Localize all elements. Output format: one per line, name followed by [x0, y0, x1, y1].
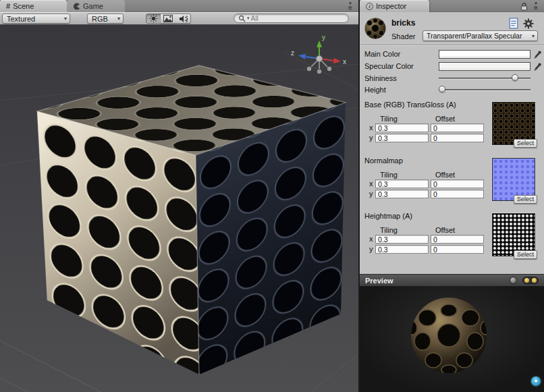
tab-scene-label: Scene: [13, 2, 34, 10]
lock-icon[interactable]: [520, 2, 528, 11]
offset-header: Offset: [435, 171, 455, 179]
speaker-icon: [179, 15, 188, 23]
preview-model-toggle-icon[interactable]: [510, 277, 517, 284]
unity-editor-window: # Scene Game ▾ ≡ Textured ▾ RGB ▾: [0, 0, 544, 392]
height-label: Height: [364, 86, 386, 94]
offset-header: Offset: [435, 115, 455, 123]
audio-toggle-button[interactable]: [175, 13, 191, 24]
shader-label: Shader: [391, 32, 415, 40]
y-axis-label: y: [369, 134, 373, 142]
inspector-body: bricks Shader: [360, 12, 544, 274]
preview-content[interactable]: +: [360, 286, 544, 392]
channel-dropdown[interactable]: RGB ▾: [87, 13, 124, 24]
alpha-strip: [439, 57, 530, 58]
lighting-toggle-button[interactable]: [146, 13, 161, 24]
search-icon: [238, 15, 246, 22]
help-doc-icon[interactable]: [509, 18, 518, 29]
main-color-label: Main Color: [364, 50, 400, 58]
effects-toggle-button[interactable]: [161, 13, 176, 24]
tiling-header: Tiling: [380, 171, 398, 179]
preview-title: Preview: [365, 277, 393, 285]
scene-viewport[interactable]: y x z: [0, 25, 358, 392]
tab-game-label: Game: [83, 2, 103, 10]
tiling-header: Tiling: [380, 115, 398, 123]
height-slider[interactable]: [439, 86, 531, 94]
image-icon: [163, 15, 173, 22]
tiling-x-input[interactable]: [375, 179, 429, 188]
sun-icon: [149, 14, 158, 23]
search-filter-arrow-icon[interactable]: ▾: [247, 16, 250, 21]
search-input[interactable]: [251, 15, 332, 22]
offset-y-input[interactable]: [431, 245, 484, 254]
inspector-pane-menu-icon[interactable]: ▾ ≡: [531, 1, 541, 11]
channel-value: RGB: [92, 15, 108, 23]
scene-tabbar: # Scene Game ▾ ≡: [0, 0, 358, 12]
render-mode-dropdown[interactable]: Textured ▾: [2, 13, 70, 24]
shader-value: Transparent/Parallax Specular: [427, 32, 529, 40]
tiling-y-input[interactable]: [375, 245, 429, 254]
gizmo-y-label: y: [322, 34, 325, 41]
shader-dropdown[interactable]: Transparent/Parallax Specular ▾: [423, 30, 538, 41]
offset-x-input[interactable]: [431, 123, 484, 132]
tiling-y-input[interactable]: [375, 190, 429, 198]
specular-color-swatch[interactable]: [439, 62, 531, 71]
preview-add-button[interactable]: +: [531, 376, 541, 386]
select-texture-button[interactable]: Select: [514, 139, 537, 148]
alpha-strip: [439, 69, 530, 70]
textured-cube: [37, 65, 346, 374]
select-texture-button[interactable]: Select: [514, 250, 537, 259]
preview-light-toggle-icon[interactable]: [522, 277, 539, 284]
game-icon: [73, 3, 80, 10]
tab-game[interactable]: Game: [67, 0, 125, 12]
tab-inspector[interactable]: i Inspector: [360, 0, 429, 12]
tiling-y-input[interactable]: [375, 134, 429, 142]
material-name: bricks: [391, 18, 415, 28]
x-axis-label: x: [369, 179, 373, 188]
scene-grid-icon: #: [6, 2, 10, 10]
slider-track[interactable]: [439, 89, 531, 90]
material-sphere-icon: [364, 17, 387, 40]
shininess-label: Shininess: [364, 74, 397, 82]
y-axis-label: y: [369, 190, 373, 198]
x-axis-label: x: [369, 123, 373, 132]
offset-y-input[interactable]: [431, 190, 484, 198]
scene-toolbar: Textured ▾ RGB ▾: [0, 12, 358, 25]
preview-header[interactable]: Preview: [360, 274, 544, 286]
gear-icon[interactable]: [523, 18, 534, 29]
gizmo-z-label: z: [291, 49, 294, 57]
orientation-gizmo[interactable]: y x z: [290, 33, 349, 80]
chevron-down-icon: ▾: [64, 16, 67, 22]
gizmo-x-label: x: [343, 58, 346, 65]
select-texture-button[interactable]: Select: [514, 195, 537, 204]
material-preview-sphere: [360, 286, 544, 392]
chevron-down-icon: ▾: [117, 16, 120, 22]
scene-panel: # Scene Game ▾ ≡ Textured ▾ RGB ▾: [0, 0, 358, 392]
tiling-header: Tiling: [380, 226, 398, 234]
chevron-down-icon: ▾: [532, 33, 535, 39]
specular-color-label: Specular Color: [364, 62, 414, 70]
texture-section-base: Base (RGB) TransGloss (A) Tiling Offset …: [360, 101, 544, 156]
offset-y-input[interactable]: [431, 134, 484, 142]
offset-x-input[interactable]: [431, 235, 484, 244]
shininess-slider[interactable]: [439, 74, 531, 82]
texture-section-heightmap: Heightmap (A) Tiling Offset x y Select: [360, 212, 544, 267]
offset-header: Offset: [435, 226, 455, 234]
scene-pane-menu-icon[interactable]: ▾ ≡: [345, 1, 356, 11]
section-title: Base (RGB) TransGloss (A): [364, 101, 456, 109]
slider-thumb[interactable]: [439, 86, 445, 92]
eyedropper-icon[interactable]: [533, 62, 542, 72]
tiling-x-input[interactable]: [375, 235, 429, 244]
eyedropper-icon[interactable]: [533, 50, 542, 59]
scene-search-field[interactable]: ▾: [234, 13, 349, 23]
inspector-panel: i Inspector ▾ ≡: [358, 0, 544, 392]
tab-scene[interactable]: # Scene: [0, 0, 67, 12]
main-color-swatch[interactable]: [439, 50, 531, 59]
offset-x-input[interactable]: [431, 179, 484, 188]
divider: [360, 45, 544, 45]
slider-thumb[interactable]: [512, 74, 518, 81]
render-mode-value: Textured: [7, 15, 35, 23]
section-title: Heightmap (A): [364, 212, 412, 220]
tiling-x-input[interactable]: [375, 123, 429, 132]
grid-lines-near: [0, 341, 101, 392]
inspector-tabbar: i Inspector ▾ ≡: [360, 0, 544, 12]
